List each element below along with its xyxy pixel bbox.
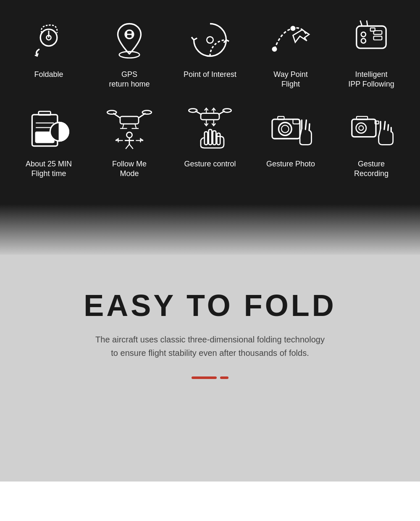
svg-rect-45 <box>201 113 219 119</box>
svg-line-60 <box>305 120 306 129</box>
svg-point-8 <box>207 37 213 43</box>
svg-point-15 <box>361 39 366 43</box>
feature-intelligent: IntelligentIPP Following <box>333 17 409 89</box>
svg-point-44 <box>223 108 231 112</box>
features-row-2: About 25 MINFlight time <box>8 106 412 179</box>
svg-line-30 <box>123 124 124 129</box>
dark-features-section: Foldable GPSreturn home <box>0 0 420 204</box>
svg-point-28 <box>142 111 152 114</box>
foldable-label: Foldable <box>34 70 63 79</box>
svg-point-14 <box>361 32 366 37</box>
feature-followme: Follow MeMode <box>92 106 167 179</box>
svg-rect-53 <box>217 133 220 145</box>
feature-gesturecontrol: Gesture control <box>172 106 248 169</box>
feature-waypoint: Way PointFlight <box>253 17 328 89</box>
feature-gesturephoto: Gesture Photo <box>253 106 328 169</box>
svg-point-55 <box>278 122 291 135</box>
intelligent-icon <box>348 17 394 63</box>
gesturecontrol-label: Gesture control <box>184 159 236 169</box>
svg-line-38 <box>129 144 133 149</box>
svg-line-12 <box>360 21 362 26</box>
svg-line-13 <box>367 21 368 26</box>
waypoint-icon <box>268 17 314 63</box>
svg-rect-17 <box>374 36 382 40</box>
gesturecontrol-icon <box>187 106 233 153</box>
feature-gesturerecording: GestureRecording <box>333 106 409 179</box>
feature-foldable: Foldable <box>11 17 87 79</box>
dot-active <box>192 376 217 379</box>
waypoint-label: Way PointFlight <box>273 70 307 89</box>
gesturephoto-label: Gesture Photo <box>266 159 315 169</box>
intelligent-label: IntelligentIPP Following <box>348 70 394 89</box>
svg-point-43 <box>189 108 197 112</box>
svg-point-56 <box>281 125 289 133</box>
svg-rect-20 <box>39 111 51 115</box>
poi-icon <box>187 17 233 63</box>
indicator-dots <box>192 376 228 379</box>
svg-line-37 <box>126 144 129 149</box>
svg-point-64 <box>359 126 363 130</box>
main-title: EASY TO FOLD <box>84 288 336 323</box>
light-section: EASY TO FOLD The aircraft uses classic t… <box>0 255 420 482</box>
svg-rect-51 <box>209 129 212 145</box>
svg-rect-50 <box>205 132 208 145</box>
svg-point-27 <box>107 111 116 114</box>
gesturephoto-icon <box>268 106 314 153</box>
followme-label: Follow MeMode <box>112 159 147 179</box>
gps-label: GPSreturn home <box>109 70 150 89</box>
poi-label: Point of Interest <box>184 70 236 79</box>
foldable-icon <box>26 17 72 63</box>
transition-gradient <box>0 204 420 255</box>
feature-poi: Point of Interest <box>172 17 248 79</box>
feature-flighttime: About 25 MINFlight time <box>11 106 87 179</box>
svg-line-31 <box>135 124 136 129</box>
feature-gps: GPSreturn home <box>92 17 167 89</box>
followme-icon <box>106 106 152 153</box>
flighttime-label: About 25 MINFlight time <box>26 159 72 179</box>
section-subtitle: The aircraft uses classic three-dimensio… <box>95 333 325 360</box>
svg-line-61 <box>309 124 310 130</box>
svg-line-68 <box>384 121 385 129</box>
flighttime-icon <box>26 106 72 153</box>
gps-icon <box>106 17 152 63</box>
svg-point-34 <box>126 132 132 137</box>
svg-point-10 <box>291 26 295 30</box>
svg-rect-52 <box>213 131 216 145</box>
dot-inactive <box>220 376 228 379</box>
svg-point-63 <box>356 123 366 133</box>
svg-line-69 <box>388 125 388 130</box>
svg-point-9 <box>273 47 276 51</box>
svg-rect-29 <box>120 116 139 124</box>
gesturerecording-icon <box>348 106 394 153</box>
gesturerecording-label: GestureRecording <box>354 159 388 179</box>
features-row-1: Foldable GPSreturn home <box>8 17 412 89</box>
